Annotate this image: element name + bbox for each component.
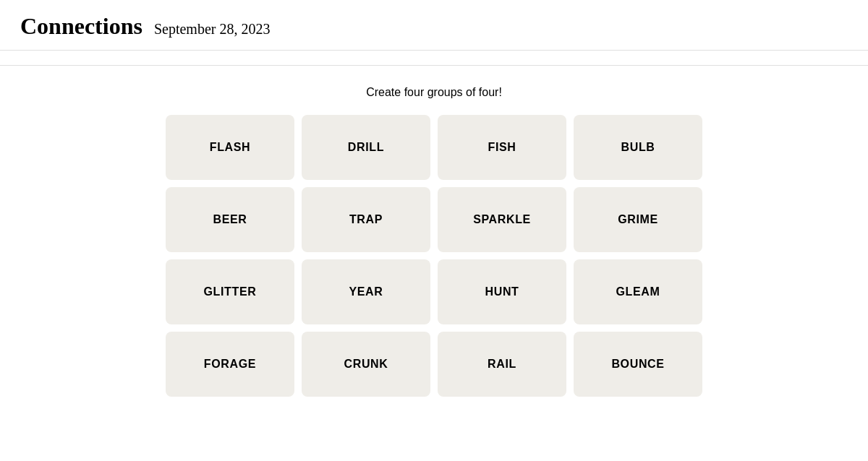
word-tile[interactable]: RAIL (438, 332, 566, 397)
word-tile[interactable]: GLITTER (166, 259, 294, 324)
puzzle-date: September 28, 2023 (154, 21, 271, 38)
tile-label: CRUNK (344, 358, 388, 371)
tile-label: GLEAM (616, 285, 660, 298)
word-tile[interactable]: YEAR (302, 259, 430, 324)
main-content: Create four groups of four! FLASHDRILLFI… (0, 66, 868, 397)
tile-label: SPARKLE (473, 213, 531, 226)
tile-label: DRILL (348, 141, 384, 154)
word-tile[interactable]: FISH (438, 115, 566, 180)
word-tile[interactable]: CRUNK (302, 332, 430, 397)
app-title: Connections (20, 13, 142, 40)
tile-label: BEER (213, 213, 247, 226)
word-tile[interactable]: GLEAM (574, 259, 702, 324)
word-tile[interactable]: TRAP (302, 187, 430, 252)
word-tile[interactable]: FLASH (166, 115, 294, 180)
word-tile[interactable]: BEER (166, 187, 294, 252)
tile-label: TRAP (349, 213, 383, 226)
sub-header (0, 51, 868, 66)
tile-label: YEAR (349, 285, 383, 298)
tile-label: FORAGE (204, 358, 256, 371)
tile-label: BOUNCE (611, 358, 664, 371)
tile-label: HUNT (485, 285, 519, 298)
word-tile[interactable]: BULB (574, 115, 702, 180)
header: Connections September 28, 2023 (0, 0, 868, 51)
tile-label: BULB (621, 141, 655, 154)
word-tile[interactable]: DRILL (302, 115, 430, 180)
word-grid: FLASHDRILLFISHBULBBEERTRAPSPARKLEGRIMEGL… (166, 115, 702, 397)
word-tile[interactable]: SPARKLE (438, 187, 566, 252)
tile-label: FLASH (210, 141, 251, 154)
tile-label: RAIL (488, 358, 516, 371)
word-tile[interactable]: BOUNCE (574, 332, 702, 397)
word-tile[interactable]: FORAGE (166, 332, 294, 397)
tile-label: GRIME (618, 213, 658, 226)
instructions-text: Create four groups of four! (366, 86, 502, 99)
word-tile[interactable]: GRIME (574, 187, 702, 252)
tile-label: FISH (488, 141, 516, 154)
word-tile[interactable]: HUNT (438, 259, 566, 324)
tile-label: GLITTER (204, 285, 257, 298)
